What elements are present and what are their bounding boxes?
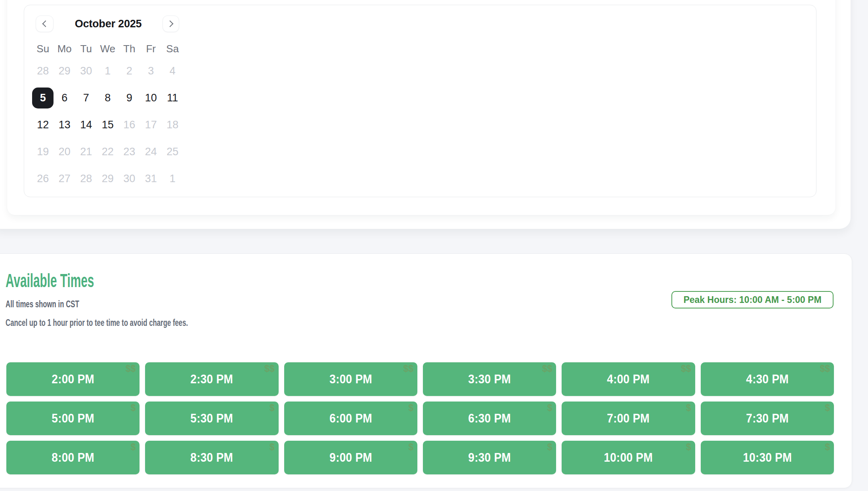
time-slot-label: 3:00 PM bbox=[329, 372, 372, 386]
calendar-day-7[interactable]: 7 bbox=[75, 87, 97, 109]
calendar-day-2: 2 bbox=[119, 60, 140, 82]
calendar-day-label: 29 bbox=[97, 167, 119, 190]
calendar-day-28: 28 bbox=[75, 167, 97, 190]
price-indicator: $$ bbox=[264, 364, 275, 373]
price-indicator: $ bbox=[686, 403, 691, 413]
calendar-day-22: 22 bbox=[97, 141, 119, 163]
time-slot-4-00-pm[interactable]: $$4:00 PM bbox=[562, 362, 695, 396]
calendar-day-label: 15 bbox=[97, 114, 119, 136]
calendar-day-14[interactable]: 14 bbox=[75, 114, 97, 136]
calendar-day-label: 23 bbox=[119, 141, 140, 163]
time-slot-label: 2:00 PM bbox=[52, 372, 94, 386]
calendar-day-17: 17 bbox=[140, 114, 162, 136]
calendar-day-label: 13 bbox=[54, 114, 76, 136]
time-slot-6-30-pm[interactable]: $6:30 PM bbox=[423, 402, 556, 435]
calendar-day-label: 2 bbox=[119, 60, 140, 82]
calendar-day-5[interactable]: 5 bbox=[32, 87, 54, 109]
time-slot-2-30-pm[interactable]: $$2:30 PM bbox=[145, 362, 278, 396]
calendar-day-19: 19 bbox=[32, 141, 54, 163]
calendar-day-label: 19 bbox=[32, 141, 54, 163]
calendar-day-30: 30 bbox=[75, 60, 97, 82]
calendar-day-12[interactable]: 12 bbox=[32, 114, 54, 136]
time-slot-8-30-pm[interactable]: $8:30 PM bbox=[145, 441, 278, 474]
calendar-day-label: 1 bbox=[97, 60, 119, 82]
peak-hours-badge: Peak Hours: 10:00 AM - 5:00 PM bbox=[671, 291, 834, 308]
price-indicator: $$ bbox=[820, 364, 830, 373]
time-slot-9-30-pm[interactable]: $9:30 PM bbox=[423, 441, 556, 474]
calendar-day-30: 30 bbox=[119, 167, 140, 190]
time-slot-label: 6:00 PM bbox=[329, 411, 372, 426]
time-slot-7-30-pm[interactable]: $7:30 PM bbox=[701, 402, 834, 435]
calendar-day-1: 1 bbox=[97, 60, 119, 82]
time-slot-label: 4:30 PM bbox=[746, 372, 789, 386]
calendar-day-27: 27 bbox=[54, 167, 76, 190]
calendar-day-9[interactable]: 9 bbox=[119, 87, 140, 109]
calendar-day-16: 16 bbox=[119, 114, 140, 136]
calendar-day-label: 31 bbox=[140, 167, 162, 190]
time-slot-3-00-pm[interactable]: $$3:00 PM bbox=[284, 362, 417, 396]
time-slot-label: 4:00 PM bbox=[607, 372, 650, 386]
time-slot-label: 3:30 PM bbox=[468, 372, 511, 386]
time-slot-4-30-pm[interactable]: $$4:30 PM bbox=[701, 362, 834, 396]
price-indicator: $$ bbox=[681, 364, 691, 373]
time-slot-9-00-pm[interactable]: $9:00 PM bbox=[284, 441, 417, 474]
calendar-day-label: 17 bbox=[140, 114, 162, 136]
calendar-day-28: 28 bbox=[32, 60, 54, 82]
calendar-day-label: 1 bbox=[162, 167, 184, 190]
price-indicator: $ bbox=[270, 403, 275, 413]
price-indicator: $$ bbox=[542, 364, 553, 373]
calendar-day-label: 3 bbox=[140, 60, 162, 82]
time-slot-7-00-pm[interactable]: $7:00 PM bbox=[562, 402, 695, 435]
calendar-day-13[interactable]: 13 bbox=[54, 114, 76, 136]
time-slot-label: 8:30 PM bbox=[191, 450, 233, 465]
calendar-day-label: 30 bbox=[119, 167, 140, 190]
page-background: { "calendar": { "title": "October 2025",… bbox=[0, 0, 868, 491]
time-slot-label: 5:00 PM bbox=[52, 411, 94, 426]
price-indicator: $ bbox=[825, 403, 830, 413]
calendar-day-label: 30 bbox=[75, 60, 97, 82]
time-slot-label: 5:30 PM bbox=[191, 411, 233, 426]
calendar-day-label: 5 bbox=[32, 88, 54, 108]
price-indicator: $ bbox=[131, 403, 136, 413]
calendar-day-label: 26 bbox=[32, 167, 54, 190]
calendar-day-label: 28 bbox=[32, 60, 54, 82]
calendar-day-15[interactable]: 15 bbox=[97, 114, 119, 136]
calendar-day-label: 7 bbox=[75, 87, 97, 109]
calendar-day-label: 6 bbox=[54, 87, 76, 109]
cancel-policy-note: Cancel up to 1 hour prior to tee time to… bbox=[6, 317, 188, 329]
time-slot-label: 8:00 PM bbox=[52, 450, 94, 465]
time-slot-10-30-pm[interactable]: $10:30 PM bbox=[701, 441, 834, 474]
time-slot-8-00-pm[interactable]: $8:00 PM bbox=[6, 441, 140, 474]
calendar-day-label: 8 bbox=[97, 87, 119, 109]
calendar-day-29: 29 bbox=[97, 167, 119, 190]
price-indicator: $$ bbox=[403, 364, 413, 373]
calendar-day-11[interactable]: 11 bbox=[162, 87, 184, 109]
time-slot-label: 10:30 PM bbox=[743, 450, 792, 465]
calendar-day-8[interactable]: 8 bbox=[97, 87, 119, 109]
calendar-day-label: 24 bbox=[140, 141, 162, 163]
calendar-day-label: 27 bbox=[54, 167, 76, 190]
calendar-day-20: 20 bbox=[54, 141, 76, 163]
calendar-day-21: 21 bbox=[75, 141, 97, 163]
calendar-day-label: 20 bbox=[54, 141, 76, 163]
time-slot-6-00-pm[interactable]: $6:00 PM bbox=[284, 402, 417, 435]
time-slot-2-00-pm[interactable]: $$2:00 PM bbox=[6, 362, 140, 396]
time-slot-label: 9:00 PM bbox=[329, 450, 372, 465]
calendar-day-25: 25 bbox=[162, 141, 184, 163]
calendar-day-label: 22 bbox=[97, 141, 119, 163]
calendar-day-1: 1 bbox=[162, 167, 184, 190]
calendar-day-label: 25 bbox=[162, 141, 184, 163]
calendar-week-row: 2627282930311 bbox=[32, 167, 184, 190]
calendar-day-6[interactable]: 6 bbox=[54, 87, 76, 109]
calendar-day-29: 29 bbox=[54, 60, 76, 82]
calendar-day-24: 24 bbox=[140, 141, 162, 163]
calendar-day-label: 4 bbox=[162, 60, 184, 82]
calendar-day-label: 29 bbox=[54, 60, 76, 82]
price-indicator: $ bbox=[686, 443, 691, 452]
calendar-day-10[interactable]: 10 bbox=[140, 87, 162, 109]
timezone-note: All times shown in CST bbox=[6, 298, 79, 310]
time-slot-10-00-pm[interactable]: $10:00 PM bbox=[562, 441, 695, 474]
time-slot-3-30-pm[interactable]: $$3:30 PM bbox=[423, 362, 556, 396]
time-slot-5-30-pm[interactable]: $5:30 PM bbox=[145, 402, 278, 435]
time-slot-5-00-pm[interactable]: $5:00 PM bbox=[6, 402, 140, 435]
